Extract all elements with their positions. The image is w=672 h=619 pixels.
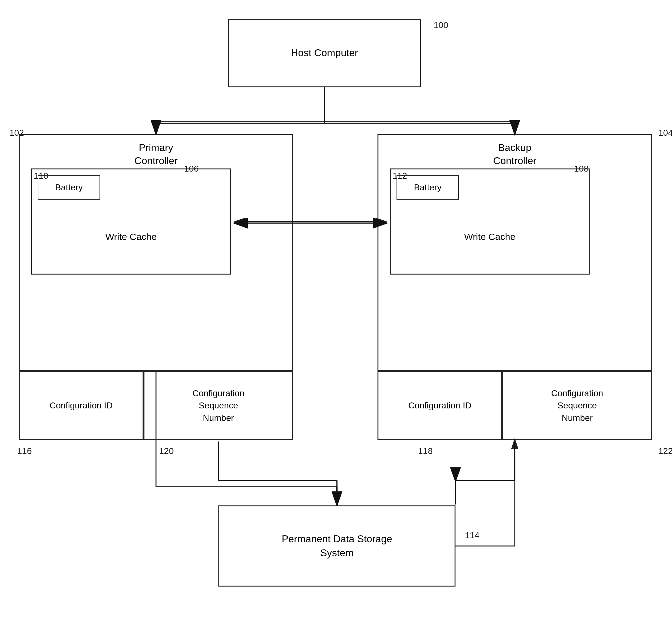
config-id-left-box: Configuration ID xyxy=(19,371,143,440)
config-id-left-label: Configuration ID xyxy=(50,401,113,411)
config-seq-left-box: ConfigurationSequenceNumber xyxy=(143,371,293,440)
battery-write-cache-left-outer: Battery Write Cache xyxy=(31,168,231,275)
permanent-storage-label: Permanent Data StorageSystem xyxy=(282,532,392,560)
write-cache-left-label: Write Cache xyxy=(106,231,157,242)
ref-106: 106 xyxy=(184,164,199,174)
host-computer-box: Host Computer xyxy=(228,19,421,87)
ref-112: 112 xyxy=(393,171,407,181)
config-id-right-box: Configuration ID xyxy=(378,371,502,440)
ref-116: 116 xyxy=(17,446,32,456)
ref-100: 100 xyxy=(433,20,448,30)
write-cache-right-label: Write Cache xyxy=(464,231,516,242)
battery-left-label: Battery xyxy=(55,183,83,193)
battery-write-cache-right-outer: Battery Write Cache xyxy=(390,168,590,275)
backup-controller-label: BackupController xyxy=(493,141,537,167)
config-seq-right-label: ConfigurationSequenceNumber xyxy=(551,387,603,424)
battery-right-label: Battery xyxy=(414,183,442,193)
ref-108: 108 xyxy=(574,164,589,174)
ref-122: 122 xyxy=(658,446,672,456)
ref-104: 104 xyxy=(658,128,672,138)
ref-102: 102 xyxy=(9,128,24,138)
config-seq-right-box: ConfigurationSequenceNumber xyxy=(502,371,652,440)
config-id-right-label: Configuration ID xyxy=(408,401,471,411)
ref-120: 120 xyxy=(159,446,174,456)
config-seq-left-label: ConfigurationSequenceNumber xyxy=(193,387,245,424)
host-computer-label: Host Computer xyxy=(291,47,358,60)
ref-114: 114 xyxy=(465,530,479,540)
permanent-storage-box: Permanent Data StorageSystem xyxy=(218,505,456,587)
ref-110: 110 xyxy=(34,171,48,181)
ref-118: 118 xyxy=(418,446,433,456)
primary-controller-label: PrimaryController xyxy=(134,141,178,167)
